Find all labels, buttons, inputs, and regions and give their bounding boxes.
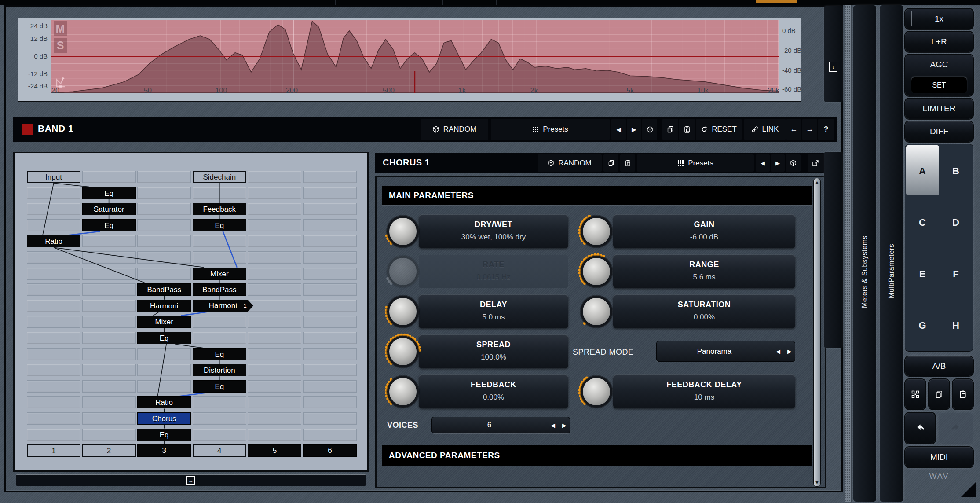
band-paste-button[interactable] xyxy=(679,119,695,140)
side-button[interactable]: S xyxy=(54,38,67,53)
param-value-box[interactable]: SATURATION 0.00% xyxy=(613,295,795,328)
band-next-preset-button[interactable]: ▶ xyxy=(627,119,641,140)
multiparameters-panel[interactable]: MultiParameters xyxy=(880,5,903,502)
wav-label[interactable]: WAV xyxy=(905,472,973,481)
chorus-side-strip[interactable] xyxy=(824,152,842,348)
graph-node[interactable]: Harmoni xyxy=(137,300,191,312)
spread-mode-prev-button[interactable]: ◀ xyxy=(772,348,784,355)
graph-node[interactable]: Harmoni1 xyxy=(193,300,253,312)
ab-compare-button[interactable]: A/B xyxy=(905,356,973,376)
graph-node[interactable]: Eq xyxy=(193,348,246,360)
analyzer-plot[interactable]: M S xyxy=(51,20,779,93)
param-value-box[interactable]: FEEDBACK 0.00% xyxy=(419,375,568,408)
chorus-random-button[interactable]: RANDOM xyxy=(538,154,602,172)
graph-node[interactable]: Eq xyxy=(82,219,136,231)
meters-subsystems-panel[interactable]: Meters & Subsystems xyxy=(853,5,876,502)
slot-g[interactable]: G xyxy=(906,300,939,351)
chorus-detach-button[interactable] xyxy=(808,154,823,172)
band-reset-button[interactable]: RESET xyxy=(696,119,742,140)
main-parameters-header[interactable]: MAIN PARAMETERS xyxy=(382,186,812,205)
band-color-swatch[interactable] xyxy=(22,124,33,135)
slot-a[interactable]: A xyxy=(906,145,939,197)
band-random-button[interactable]: RANDOM xyxy=(421,119,488,140)
graph-node[interactable]: Ratio xyxy=(27,235,80,247)
feedback-delay-knob[interactable] xyxy=(583,378,610,405)
graph-node[interactable]: BandPass xyxy=(137,283,191,296)
band-random-preset-button[interactable] xyxy=(642,119,657,140)
band-presets-button[interactable]: Presets xyxy=(491,119,610,140)
graph-node[interactable]: Sidechain xyxy=(193,171,246,183)
voices-stepper[interactable]: 6 ◀ ▶ xyxy=(431,417,570,433)
spread-mode-select[interactable]: Panorama ◀ ▶ xyxy=(656,341,795,362)
graph-column-button[interactable]: 6 xyxy=(303,444,357,457)
agc-button[interactable]: AGC SET xyxy=(905,55,973,96)
band-link-button[interactable]: LINK xyxy=(744,119,786,140)
graph-node[interactable]: Ratio xyxy=(137,396,191,408)
diff-button[interactable]: DIFF xyxy=(905,121,973,142)
band-redo-button[interactable]: → xyxy=(802,119,817,140)
graph-node[interactable]: Mixer xyxy=(193,268,246,280)
spread-knob[interactable] xyxy=(389,338,417,365)
band-copy-button[interactable] xyxy=(662,119,678,140)
param-value-box[interactable]: RATE 0.0615 Hz xyxy=(419,255,568,288)
param-value-box[interactable]: DRY/WET 30% wet, 100% dry xyxy=(419,215,568,248)
range-knob[interactable] xyxy=(583,258,610,285)
morph-button[interactable] xyxy=(905,379,925,409)
band-help-button[interactable]: ? xyxy=(818,119,834,140)
scroll-up-icon[interactable]: ▲ xyxy=(814,180,820,185)
spread-mode-next-button[interactable]: ▶ xyxy=(784,348,795,355)
scroll-down-icon[interactable]: ▼ xyxy=(814,480,820,485)
limiter-button[interactable]: LIMITER xyxy=(905,99,973,119)
slot-c[interactable]: C xyxy=(906,197,939,248)
graph-node[interactable]: Mixer xyxy=(137,316,191,328)
graph-collapse-bar[interactable]: ↔ xyxy=(16,475,366,486)
param-value-box[interactable]: DELAY 5.0 ms xyxy=(419,295,568,328)
rate-knob[interactable] xyxy=(389,258,417,285)
delay-knob[interactable] xyxy=(389,298,417,325)
param-value-box[interactable]: RANGE 5.6 ms xyxy=(613,255,795,288)
graph-column-button[interactable]: 3 xyxy=(137,444,191,457)
undo-button[interactable] xyxy=(905,413,935,444)
chorus-copy-button[interactable] xyxy=(603,154,618,172)
saturation-knob[interactable] xyxy=(583,298,610,325)
global-copy-button[interactable] xyxy=(929,379,949,409)
voices-prev-button[interactable]: ◀ xyxy=(547,422,559,429)
agc-set-button[interactable]: SET xyxy=(911,77,967,93)
dry-wet-knob[interactable] xyxy=(389,218,417,245)
chorus-next-preset-button[interactable]: ▶ xyxy=(771,154,785,172)
mid-button[interactable]: M xyxy=(54,21,67,36)
graph-node[interactable]: BandPass xyxy=(193,283,246,296)
chorus-paste-button[interactable] xyxy=(620,154,635,172)
graph-column-button[interactable]: 5 xyxy=(248,444,301,457)
graph-column-button[interactable]: 1 xyxy=(27,444,80,457)
global-paste-button[interactable] xyxy=(953,379,973,409)
analyzer-side-strip[interactable]: ↕ xyxy=(824,6,842,102)
gain-knob[interactable] xyxy=(583,218,610,245)
graph-node[interactable]: Feedback xyxy=(193,203,246,215)
midi-button[interactable]: MIDI xyxy=(905,447,973,467)
graph-node[interactable]: Input xyxy=(27,171,80,183)
panel-divider-grip[interactable] xyxy=(845,5,852,502)
param-value-box[interactable]: SPREAD 100.0% xyxy=(419,335,568,368)
graph-node[interactable]: Saturator xyxy=(82,203,136,215)
slot-h[interactable]: H xyxy=(939,300,973,351)
chorus-presets-button[interactable]: Presets xyxy=(637,154,754,172)
redo-button[interactable] xyxy=(939,413,973,444)
chorus-random-preset-button[interactable] xyxy=(786,154,801,172)
graph-node[interactable]: Eq xyxy=(193,219,246,231)
chorus-scrollbar[interactable]: ▲ ▼ xyxy=(813,178,821,487)
band-undo-button[interactable]: ← xyxy=(786,119,801,140)
graph-node[interactable]: Eq xyxy=(137,429,191,441)
slot-b[interactable]: B xyxy=(939,145,973,197)
graph-column-button[interactable]: 4 xyxy=(193,444,246,457)
feedback-knob[interactable] xyxy=(389,378,417,405)
channel-mode-button[interactable]: L+R xyxy=(905,32,973,52)
graph-node[interactable]: Distortion xyxy=(193,364,246,376)
graph-node[interactable]: Eq xyxy=(82,187,136,199)
graph-node[interactable]: Eq xyxy=(137,332,191,344)
graph-node[interactable]: Eq xyxy=(193,380,246,393)
slot-d[interactable]: D xyxy=(939,197,973,248)
band-prev-preset-button[interactable]: ◀ xyxy=(611,119,626,140)
resize-corner-handle[interactable] xyxy=(961,482,976,497)
param-value-box[interactable]: GAIN -6.00 dB xyxy=(613,215,795,248)
